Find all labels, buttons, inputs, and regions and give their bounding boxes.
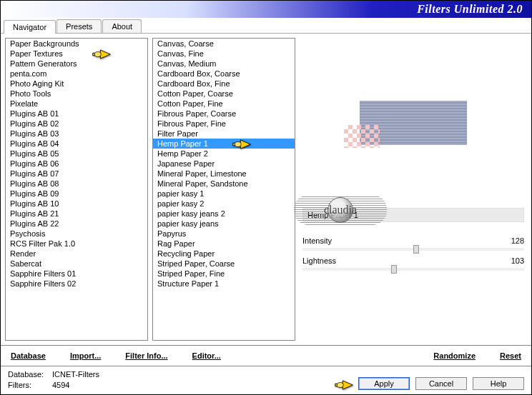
slider-thumb[interactable] bbox=[391, 265, 397, 274]
list-item[interactable]: Paper Textures bbox=[6, 49, 147, 59]
list-item[interactable]: Sapphire Filters 02 bbox=[6, 279, 147, 289]
list-item[interactable]: Mineral Paper, Limestone bbox=[153, 169, 295, 179]
titlebar: Filters Unlimited 2.0 bbox=[1, 1, 531, 18]
list-item[interactable]: Sapphire Filters 01 bbox=[6, 269, 147, 279]
list-item[interactable]: Pattern Generators bbox=[6, 59, 147, 69]
filter-info-button[interactable]: Filter Info... bbox=[122, 350, 170, 361]
tab-presets[interactable]: Presets bbox=[56, 19, 102, 33]
list-item[interactable]: Hemp Paper 2 bbox=[153, 149, 295, 159]
list-item[interactable]: Rag Paper bbox=[153, 239, 295, 249]
list-item[interactable]: Canvas, Medium bbox=[153, 59, 295, 69]
db-value: ICNET-Filters bbox=[52, 369, 99, 379]
list-item[interactable]: Cardboard Box, Coarse bbox=[153, 69, 295, 79]
list-item[interactable]: Canvas, Coarse bbox=[153, 39, 295, 49]
slider-row: Lightness103 bbox=[302, 255, 524, 266]
list-item[interactable]: Plugins AB 10 bbox=[6, 199, 147, 209]
list-item[interactable]: Striped Paper, Fine bbox=[153, 269, 295, 279]
category-list[interactable]: Paper BackgroundsPaper TexturesPattern G… bbox=[5, 38, 148, 341]
list-item[interactable]: papier kasy jeans bbox=[153, 219, 295, 229]
list-item[interactable]: Plugins AB 21 bbox=[6, 209, 147, 219]
list-item[interactable]: penta.com bbox=[6, 69, 147, 79]
preview-pane: Hemp Paper 1 Intensity128Lightness103 bbox=[300, 38, 527, 341]
randomize-button[interactable]: Randomize bbox=[430, 350, 478, 361]
list-item[interactable]: Pixelate bbox=[6, 99, 147, 109]
list-item[interactable]: papier kasy jeans 2 bbox=[153, 209, 295, 219]
list-item[interactable]: Render bbox=[6, 249, 147, 259]
footer-buttons: Apply Cancel Help bbox=[358, 377, 524, 390]
list-item[interactable]: Papyrus bbox=[153, 229, 295, 239]
tab-row: NavigatorPresetsAbout bbox=[1, 18, 531, 34]
list-item[interactable]: Plugins AB 07 bbox=[6, 169, 147, 179]
pointer-icon bbox=[334, 377, 354, 393]
list-item[interactable]: Fibrous Paper, Fine bbox=[153, 119, 295, 129]
list-item[interactable]: RCS Filter Pak 1.0 bbox=[6, 239, 147, 249]
list-item[interactable]: papier kasy 2 bbox=[153, 199, 295, 209]
list-item[interactable]: Plugins AB 06 bbox=[6, 159, 147, 169]
slider-value: 103 bbox=[511, 256, 524, 265]
filter-list[interactable]: Canvas, CoarseCanvas, FineCanvas, Medium… bbox=[152, 38, 295, 341]
list-item[interactable]: Cotton Paper, Fine bbox=[153, 99, 295, 109]
editor-button[interactable]: Editor... bbox=[189, 350, 224, 361]
slider-track[interactable] bbox=[302, 248, 524, 251]
list-item[interactable]: Fibrous Paper, Coarse bbox=[153, 109, 295, 119]
slider-value: 128 bbox=[511, 236, 524, 245]
selected-filter-name: Hemp Paper 1 bbox=[302, 208, 524, 222]
slider-thumb[interactable] bbox=[413, 245, 419, 254]
list-item[interactable]: Structure Paper 1 bbox=[153, 279, 295, 289]
parameter-sliders: Intensity128Lightness103 bbox=[302, 235, 524, 275]
list-item[interactable]: Canvas, Fine bbox=[153, 49, 295, 59]
database-info: Database: ICNET-Filters Filters: 4594 bbox=[8, 369, 99, 390]
tab-about[interactable]: About bbox=[102, 19, 142, 33]
list-item[interactable]: Paper Backgrounds bbox=[6, 39, 147, 49]
list-item[interactable]: Psychosis bbox=[6, 229, 147, 239]
svg-point-0 bbox=[94, 52, 101, 57]
slider-label: Intensity bbox=[302, 236, 332, 245]
list-item[interactable]: Plugins AB 08 bbox=[6, 179, 147, 189]
list-item[interactable]: Plugins AB 01 bbox=[6, 109, 147, 119]
bottom-toolbar: Database Import... Filter Info... Editor… bbox=[1, 345, 531, 366]
list-item[interactable]: Striped Paper, Coarse bbox=[153, 259, 295, 269]
svg-point-2 bbox=[337, 383, 343, 388]
list-item[interactable]: Plugins AB 05 bbox=[6, 149, 147, 159]
list-item[interactable]: Filter Paper bbox=[153, 129, 295, 139]
tab-navigator[interactable]: Navigator bbox=[4, 20, 56, 34]
list-item[interactable]: Plugins AB 09 bbox=[6, 189, 147, 199]
list-item[interactable]: Sabercat bbox=[6, 259, 147, 269]
db-label: Database: bbox=[8, 369, 52, 379]
list-item[interactable]: Recycling Paper bbox=[153, 249, 295, 259]
list-item[interactable]: Japanese Paper bbox=[153, 159, 295, 169]
filters-count-value: 4594 bbox=[52, 380, 69, 390]
slider-label: Lightness bbox=[302, 256, 336, 265]
database-button[interactable]: Database bbox=[8, 350, 49, 361]
list-item[interactable]: Hemp Paper 1 bbox=[153, 139, 295, 149]
preview-swatch bbox=[360, 101, 467, 145]
app-title: Filters Unlimited 2.0 bbox=[417, 3, 523, 16]
import-button[interactable]: Import... bbox=[67, 350, 104, 361]
list-item[interactable]: Plugins AB 04 bbox=[6, 139, 147, 149]
list-item[interactable]: Plugins AB 22 bbox=[6, 219, 147, 229]
filters-count-label: Filters: bbox=[8, 380, 52, 390]
svg-point-1 bbox=[235, 142, 241, 147]
list-item[interactable]: Plugins AB 02 bbox=[6, 119, 147, 129]
list-item[interactable]: Cardboard Box, Fine bbox=[153, 79, 295, 89]
preview-area bbox=[302, 41, 524, 205]
list-item[interactable]: Photo Tools bbox=[6, 89, 147, 99]
list-item[interactable]: Cotton Paper, Coarse bbox=[153, 89, 295, 99]
list-item[interactable]: papier kasy 1 bbox=[153, 189, 295, 199]
slider-track[interactable] bbox=[302, 268, 524, 271]
list-item[interactable]: Photo Aging Kit bbox=[6, 79, 147, 89]
footer: Database: ICNET-Filters Filters: 4594 Ap… bbox=[1, 366, 531, 394]
list-item[interactable]: Mineral Paper, Sandstone bbox=[153, 179, 295, 189]
list-item[interactable]: Plugins AB 03 bbox=[6, 129, 147, 139]
apply-button[interactable]: Apply bbox=[358, 377, 410, 390]
cancel-button[interactable]: Cancel bbox=[415, 377, 467, 390]
help-button[interactable]: Help bbox=[473, 377, 524, 390]
reset-button[interactable]: Reset bbox=[497, 350, 524, 361]
